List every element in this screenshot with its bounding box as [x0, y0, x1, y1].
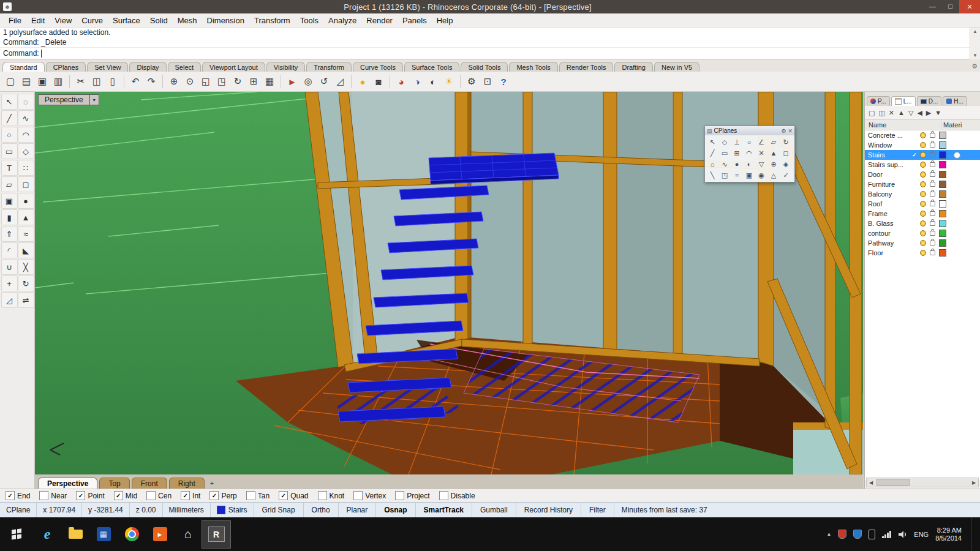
scale-icon[interactable]: ◿	[333, 74, 347, 89]
maximize-button[interactable]: □	[941, 0, 959, 12]
status-layer-pane[interactable]: Stairs	[211, 503, 254, 517]
layer-color-swatch[interactable]	[939, 249, 946, 257]
menu-item[interactable]: Transform	[249, 15, 295, 26]
layer-lock-icon[interactable]	[930, 201, 935, 206]
menu-item[interactable]: Mesh	[173, 15, 202, 26]
rotate-icon[interactable]: ↺	[317, 74, 331, 89]
viewport-tab[interactable]: Front	[132, 478, 167, 489]
menu-item[interactable]: Dimension	[202, 15, 249, 26]
toolbar-tab[interactable]: Solid Tools	[461, 62, 508, 72]
status-pane[interactable]: Filter	[581, 503, 614, 517]
layer-row[interactable]: B. Glass	[865, 219, 980, 228]
filter-icon[interactable]: ▼	[935, 109, 941, 116]
layer-visibility-bulb-icon[interactable]	[920, 250, 926, 256]
layer-color-swatch[interactable]	[939, 132, 946, 139]
toolbar-tab[interactable]: Mesh Tools	[509, 62, 557, 72]
cplane-tool-icon[interactable]: ⌂	[706, 159, 718, 170]
paste-icon[interactable]: ▯	[105, 74, 120, 89]
media-player-button[interactable]: ►	[146, 521, 174, 548]
cplanes-palette[interactable]: ▤ CPlanes ⚙ ✕ ↖◇⊥○∠▱↻╱▭⊞◠✕▲◻⌂∿●◐▽⊕◈╲◳≈▣◉…	[704, 126, 795, 182]
layer-row[interactable]: Stairs ✓	[865, 150, 980, 160]
print-icon[interactable]: ▥	[51, 74, 66, 89]
menu-item[interactable]: Render	[361, 15, 398, 26]
osnap-toggle[interactable]: ✓ Mid	[114, 491, 137, 500]
viewport-title[interactable]: Perspective	[38, 94, 90, 105]
cplane-tool-icon[interactable]: ⊞	[731, 148, 743, 159]
layer-lock-icon[interactable]	[930, 250, 935, 255]
layer-visibility-bulb-icon[interactable]	[920, 162, 926, 168]
gear-icon[interactable]: ⚙	[781, 128, 786, 134]
new-file-icon[interactable]: ▢	[3, 74, 18, 89]
text-icon[interactable]: T	[1, 160, 18, 176]
delete-layer-icon[interactable]: ✕	[889, 109, 894, 117]
layer-color-swatch[interactable]	[939, 161, 946, 168]
osnap-toggle[interactable]: ✓ Perp	[209, 491, 236, 500]
status-pane[interactable]: Planar	[339, 503, 377, 517]
menu-item[interactable]: Analyze	[323, 15, 361, 26]
layer-visibility-bulb-icon[interactable]	[920, 201, 926, 207]
osnap-toggle[interactable]: ✓ End	[6, 491, 30, 500]
extrude-icon[interactable]: ⇑	[1, 226, 18, 242]
cplane-tool-icon[interactable]: ↻	[780, 137, 792, 148]
redo-icon[interactable]: ↷	[144, 74, 159, 89]
toolbar-tab[interactable]: Set View	[87, 62, 128, 72]
cplane-tool-icon[interactable]: ◠	[743, 148, 755, 159]
menu-item[interactable]: View	[50, 15, 77, 26]
move-up-icon[interactable]: ▲	[898, 109, 905, 116]
toolbar-tab[interactable]: Surface Tools	[404, 62, 459, 72]
move-icon[interactable]: +	[1, 276, 18, 291]
layer-visibility-bulb-icon[interactable]	[920, 181, 926, 187]
clock[interactable]: 8:29 AM 8/5/2014	[935, 527, 964, 542]
checkbox[interactable]	[39, 491, 48, 500]
collapse-icon[interactable]: ◀	[917, 109, 922, 117]
cplane-tool-icon[interactable]: ▭	[718, 148, 731, 159]
column-name[interactable]: Name	[865, 121, 941, 129]
zoom-extents-icon[interactable]: ◳	[214, 74, 229, 89]
osnap-toggle[interactable]: Project	[395, 491, 429, 500]
status-pane[interactable]: SmartTrack	[416, 503, 472, 517]
status-cplane[interactable]: CPlane	[0, 503, 37, 517]
boolean-union-icon[interactable]: ∪	[1, 259, 18, 275]
expand-icon[interactable]: ▶	[926, 109, 931, 117]
open-file-icon[interactable]: ▤	[19, 74, 34, 89]
zoom-icon[interactable]: ⊙	[183, 74, 197, 89]
scroll-right-icon[interactable]: ▶	[970, 480, 978, 485]
osnap-toggle[interactable]: Cen	[146, 491, 172, 500]
cplane-tool-icon[interactable]: ◻	[780, 148, 792, 159]
cplane-tool-icon[interactable]: ◉	[755, 170, 767, 181]
title-bar[interactable]: ◆ Project 1 (13126 KB) - Rhinoceros Corp…	[0, 0, 980, 13]
cplane-tool-icon[interactable]: ⊥	[731, 137, 743, 148]
checkbox[interactable]: ✓	[76, 491, 85, 500]
plane-icon[interactable]: ◻	[18, 176, 34, 192]
layer-lock-icon[interactable]	[930, 192, 935, 197]
close-icon[interactable]: ✕	[788, 128, 793, 134]
surface-icon[interactable]: ▱	[1, 176, 18, 192]
cplane-tool-icon[interactable]: ⊕	[767, 159, 780, 170]
save-icon[interactable]: ▣	[35, 74, 50, 89]
layers-hscrollbar[interactable]: ◀ ▶	[866, 478, 979, 487]
new-viewport-tab-button[interactable]: +	[206, 479, 217, 489]
osnap-toggle[interactable]: ✓ Quad	[279, 491, 308, 500]
minimize-button[interactable]: —	[924, 0, 941, 12]
tab-display[interactable]: D...	[917, 96, 942, 106]
osnap-toggle[interactable]: Vertex	[353, 491, 386, 500]
layer-visibility-bulb-icon[interactable]	[920, 240, 926, 246]
perspective-viewport[interactable]: Perspective ▼ ▤ CPlanes ⚙ ✕ ↖◇⊥○∠▱↻╱▭⊞◠✕…	[35, 92, 864, 474]
layer-lock-icon[interactable]	[930, 221, 935, 226]
layer-color-swatch[interactable]	[939, 171, 946, 178]
cplane-tool-icon[interactable]: ○	[743, 137, 755, 148]
layer-color-swatch[interactable]	[939, 181, 946, 188]
menu-item[interactable]: Panels	[398, 15, 432, 26]
layer-visibility-bulb-icon[interactable]	[920, 171, 926, 178]
layer-lock-icon[interactable]	[930, 182, 935, 187]
scroll-down-icon[interactable]: ▼	[973, 51, 978, 59]
viewport-tab[interactable]: Top	[99, 478, 129, 489]
zoom-window-icon[interactable]: ◱	[198, 74, 213, 89]
checkbox[interactable]: ✓	[114, 491, 123, 500]
checkbox[interactable]: ✓	[279, 491, 288, 500]
named-cplane-icon[interactable]: ▦	[262, 74, 277, 89]
layer-color-swatch[interactable]	[939, 230, 946, 237]
file-explorer-button[interactable]	[61, 521, 89, 548]
help-icon[interactable]: ?	[496, 74, 511, 89]
fillet-icon[interactable]: ◜	[1, 242, 18, 258]
